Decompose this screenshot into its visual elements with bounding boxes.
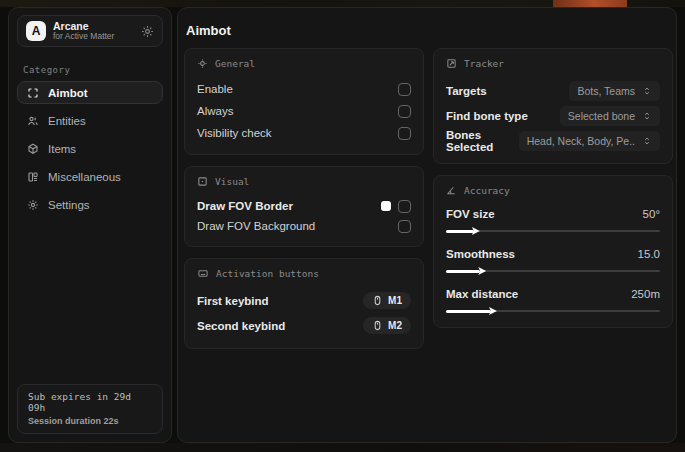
setting-label: Second keybind	[197, 320, 285, 332]
page-title: Aimbot	[186, 23, 231, 38]
setting-label: Find bone type	[446, 110, 528, 122]
subscription-info-card: Sub expires in 29d 09h Session duration …	[17, 384, 163, 434]
sidebar-item-label: Items	[48, 143, 76, 155]
accuracy-header: Accuracy	[446, 185, 660, 196]
enable-checkbox[interactable]	[398, 83, 411, 96]
tracker-header: Tracker	[446, 58, 660, 69]
gear-icon[interactable]	[141, 25, 154, 38]
panels-icon	[27, 171, 39, 183]
setting-row-second-keybind: Second keybind M2	[197, 313, 411, 338]
sidebar-item-label: Miscellaneous	[48, 171, 121, 183]
entities-icon	[27, 115, 39, 127]
cube-icon	[27, 143, 39, 155]
accuracy-card: Accuracy FOV size 50° Smoothness 15.0	[433, 175, 673, 328]
targets-dropdown[interactable]: Bots, Teams	[569, 81, 660, 101]
bones-selected-dropdown[interactable]: Head, Neck, Body, Pe..	[519, 131, 660, 151]
left-column: General Enable Always Visibility check	[184, 48, 424, 349]
category-label: Category	[23, 65, 70, 75]
activation-header: Activation buttons	[197, 268, 411, 279]
frame-icon	[197, 176, 208, 187]
session-duration-text: Session duration 22s	[28, 416, 152, 426]
app-logo: A	[26, 21, 46, 41]
sidebar: A Arcane for Active Matter Category Aimb…	[8, 7, 172, 443]
sidebar-item-entities[interactable]: Entities	[17, 109, 163, 132]
setting-row-draw-fov-background: Draw FOV Background	[197, 216, 411, 236]
draw-fov-background-checkbox[interactable]	[398, 220, 411, 233]
sidebar-item-label: Settings	[48, 199, 90, 211]
tracker-card: Tracker Targets Bots, Teams Find bone ty…	[433, 48, 673, 164]
crosshair-scan-icon	[27, 87, 39, 99]
setting-label: Draw FOV Border	[197, 200, 293, 212]
sidebar-item-settings[interactable]: Settings	[17, 193, 163, 216]
game-background-top	[0, 0, 685, 7]
sidebar-item-items[interactable]: Items	[17, 137, 163, 160]
setting-label: Visibility check	[197, 127, 272, 139]
second-keybind-button[interactable]: M2	[363, 317, 411, 334]
visual-card: Visual Draw FOV Border Draw FOV Backgrou…	[184, 166, 424, 247]
expand-icon	[642, 111, 652, 121]
activation-buttons-card: Activation buttons First keybind M1 Seco…	[184, 258, 424, 349]
setting-label: Always	[197, 105, 233, 117]
max-distance-slider[interactable]	[446, 308, 660, 315]
sidebar-item-aimbot[interactable]: Aimbot	[17, 81, 163, 104]
setting-row-always: Always	[197, 100, 411, 122]
mouse-icon	[372, 320, 383, 331]
app-title-block: Arcane for Active Matter	[53, 21, 134, 42]
general-header: General	[197, 58, 411, 69]
fov-size-slider[interactable]	[446, 228, 660, 235]
keybind-value: M2	[388, 320, 402, 331]
game-background-bottom	[0, 443, 685, 452]
general-card: General Enable Always Visibility check	[184, 48, 424, 155]
setting-label: Targets	[446, 85, 487, 97]
smoothness-slider[interactable]	[446, 268, 660, 275]
setting-label: Enable	[197, 83, 233, 95]
sidebar-nav: Aimbot Entities Items	[17, 81, 163, 216]
first-keybind-button[interactable]: M1	[363, 292, 411, 309]
main-panel: Aimbot General Enable Always Visibi	[177, 7, 677, 443]
slider-value: 15.0	[638, 248, 660, 260]
find-bone-type-dropdown[interactable]: Selected bone	[560, 106, 660, 126]
setting-row-targets: Targets Bots, Teams	[446, 78, 660, 103]
keyboard-icon	[197, 268, 209, 279]
setting-row-enable: Enable	[197, 78, 411, 100]
game-background-orange-patch	[553, 0, 627, 7]
setting-label: Draw FOV Background	[197, 220, 315, 232]
setting-row-draw-fov-border: Draw FOV Border	[197, 196, 411, 216]
setting-label: First keybind	[197, 295, 269, 307]
mouse-icon	[372, 295, 383, 306]
slider-fill	[446, 310, 491, 313]
setting-row-visibility-check: Visibility check	[197, 122, 411, 144]
slider-group-max-distance: Max distance 250m	[446, 285, 660, 315]
slider-group-smoothness: Smoothness 15.0	[446, 245, 660, 275]
focus-icon	[197, 58, 208, 69]
sub-expires-text: Sub expires in 29d 09h	[28, 391, 152, 413]
always-checkbox[interactable]	[398, 105, 411, 118]
app-subtitle: for Active Matter	[53, 32, 134, 41]
setting-row-find-bone-type: Find bone type Selected bone	[446, 103, 660, 128]
keybind-value: M1	[388, 295, 402, 306]
gear-icon	[27, 199, 39, 211]
angle-icon	[446, 185, 457, 196]
slider-value: 250m	[631, 288, 660, 300]
radar-icon	[446, 58, 457, 69]
app-header-card: A Arcane for Active Matter	[17, 15, 163, 47]
setting-label: Max distance	[446, 288, 518, 300]
expand-icon	[642, 86, 652, 96]
sidebar-item-label: Aimbot	[48, 87, 88, 99]
dropdown-value: Bots, Teams	[577, 85, 635, 97]
sidebar-item-miscellaneous[interactable]: Miscellaneous	[17, 165, 163, 188]
setting-label: Bones Selected	[446, 129, 519, 153]
slider-group-fov-size: FOV size 50°	[446, 205, 660, 235]
expand-icon	[642, 136, 652, 146]
draw-fov-border-checkbox[interactable]	[398, 200, 411, 213]
fov-border-color-swatch[interactable]	[381, 201, 391, 211]
slider-fill	[446, 230, 474, 233]
setting-row-bones-selected: Bones Selected Head, Neck, Body, Pe..	[446, 128, 660, 153]
visibility-check-checkbox[interactable]	[398, 127, 411, 140]
setting-label: Smoothness	[446, 248, 515, 260]
sidebar-item-label: Entities	[48, 115, 86, 127]
slider-fill	[446, 270, 480, 273]
visual-header: Visual	[197, 176, 411, 187]
right-column: Tracker Targets Bots, Teams Find bone ty…	[433, 48, 673, 328]
setting-row-first-keybind: First keybind M1	[197, 288, 411, 313]
